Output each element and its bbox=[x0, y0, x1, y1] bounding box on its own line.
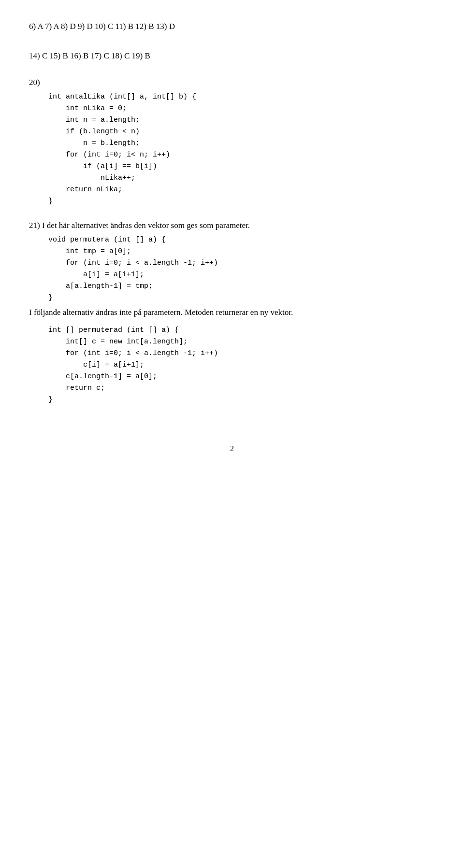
section-21-code1: void permutera (int [] a) { int tmp = a[… bbox=[48, 234, 435, 304]
section-20-code: int antalLika (int[] a, int[] b) { int n… bbox=[48, 91, 435, 207]
section-21: 21) I det här alternativet ändras den ve… bbox=[29, 221, 435, 406]
section-21-code2: int [] permuterad (int [] a) { int[] c =… bbox=[48, 325, 435, 406]
section-21-number: 21) I det här alternativet ändras den ve… bbox=[29, 221, 435, 230]
section-20-number: 20) bbox=[29, 78, 435, 87]
answers-line-1: 6) A 7) A 8) D 9) D 10) C 11) B 12) B 13… bbox=[29, 19, 435, 34]
section-21-middle-text: I följande alternativ ändras inte på par… bbox=[29, 306, 435, 320]
answers-section: 6) A 7) A 8) D 9) D 10) C 11) B 12) B 13… bbox=[29, 19, 435, 63]
page-content: 6) A 7) A 8) D 9) D 10) C 11) B 12) B 13… bbox=[29, 19, 435, 453]
page-footer: 2 bbox=[29, 444, 435, 453]
page-number: 2 bbox=[230, 444, 234, 453]
answers-line-2: 14) C 15) B 16) B 17) C 18) C 19) B bbox=[29, 49, 435, 64]
section-20: 20) int antalLika (int[] a, int[] b) { i… bbox=[29, 78, 435, 207]
